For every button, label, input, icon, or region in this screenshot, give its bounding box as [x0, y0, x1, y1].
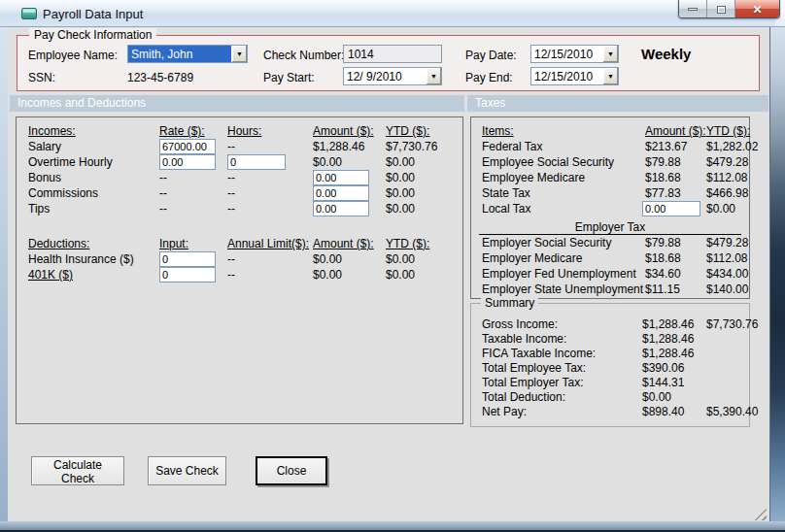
ssn-value: 123-45-6789 [127, 71, 193, 84]
summary-label: Gross Income: [482, 317, 642, 331]
pay-end-label: Pay End: [465, 71, 513, 84]
pay-date-label: Pay Date: [465, 49, 517, 62]
input-col-header: Input: [159, 237, 227, 250]
summary-legend: Summary [481, 296, 538, 310]
summary-amount: $898.40 [642, 405, 706, 418]
maximize-icon [717, 6, 726, 14]
employee-name-value: Smith, John [128, 46, 231, 62]
income-ytd: $0.00 [386, 202, 462, 216]
tax-amount: $79.88 [645, 155, 706, 169]
chevron-down-icon[interactable]: ▼ [602, 46, 618, 62]
summary-label: Total Deduction: [482, 390, 642, 404]
income-hours: -- [227, 140, 313, 153]
tax-row-federal: Federal Tax $213.67 $1,282.02 [471, 139, 749, 154]
minimize-button[interactable] [679, 0, 707, 18]
pay-start-picker[interactable]: 12/ 9/2010 ▼ [343, 67, 442, 85]
tax-ytd: $1,282.02 [706, 140, 758, 153]
pay-date-picker[interactable]: 12/15/2010 ▼ [530, 45, 619, 63]
spacer [17, 216, 462, 236]
tax-row-state: State Tax $77.83 $466.98 [471, 185, 749, 201]
tax-ytd: $479.28 [706, 236, 749, 249]
income-hours: -- [227, 202, 313, 216]
summary-amount: $0.00 [642, 390, 706, 404]
summary-amount: $1,288.46 [642, 317, 706, 331]
tips-amount-input[interactable] [313, 201, 369, 216]
income-row-bonus: Bonus -- -- $0.00 [17, 170, 462, 185]
tax-label: Employer State Unemployment [482, 283, 645, 296]
taxes-panel: Items: Amount ($): YTD ($): Federal Tax … [470, 116, 750, 299]
pay-end-value: 12/15/2010 [531, 68, 602, 84]
window-frame-right [769, 27, 785, 521]
window-controls: ✕ [678, 0, 780, 18]
overtime-rate-input[interactable] [159, 154, 216, 170]
income-row-salary: Salary -- $1,288.46 $7,730.76 [17, 139, 462, 154]
amount-col-header: Amount ($): [313, 237, 386, 250]
app-icon [21, 8, 37, 19]
deduction-ytd: $0.00 [386, 252, 462, 266]
overtime-hours-input[interactable] [227, 154, 286, 170]
commissions-amount-input[interactable] [313, 185, 369, 201]
income-label: Overtime Hourly [28, 155, 159, 169]
title-bar[interactable]: Payroll Data Input ✕ [0, 0, 785, 27]
401k-input[interactable] [159, 267, 216, 283]
ytd-col-header: YTD ($): [386, 237, 462, 250]
income-hours: -- [227, 186, 313, 200]
pay-start-label: Pay Start: [263, 71, 315, 84]
incomes-deductions-panel: Incomes: Rate ($): Hours: Amount ($): YT… [16, 116, 463, 424]
summary-amount: $1,288.46 [642, 347, 706, 360]
summary-amount: $144.31 [642, 376, 706, 389]
resize-grip[interactable] [753, 508, 767, 520]
pay-end-picker[interactable]: 12/15/2010 ▼ [530, 67, 619, 85]
check-number-field[interactable]: 1014 [343, 45, 442, 63]
bonus-amount-input[interactable] [313, 170, 369, 185]
summary-ytd: $7,730.76 [706, 317, 758, 331]
rate-col-header: Rate ($): [159, 124, 227, 138]
close-window-button[interactable]: ✕ [735, 0, 779, 18]
income-row-overtime: Overtime Hourly $0.00 $0.00 [17, 154, 462, 170]
tax-amount: $79.88 [645, 236, 706, 249]
deduction-limit: -- [227, 252, 313, 266]
income-hours: -- [227, 171, 313, 184]
income-ytd: $0.00 [386, 155, 462, 169]
tax-row-emp-medicare: Employee Medicare $18.68 $112.08 [471, 170, 749, 185]
local-tax-input[interactable] [642, 201, 700, 216]
income-rate: -- [159, 186, 227, 200]
chevron-down-icon[interactable]: ▼ [231, 46, 247, 62]
tax-label: Employer Medicare [482, 251, 645, 265]
tax-ytd: $112.08 [706, 171, 749, 184]
employee-name-combobox[interactable]: Smith, John ▼ [127, 45, 248, 63]
tax-row-emp-ss: Employee Social Security $79.88 $479.28 [471, 154, 749, 170]
deduction-row-health: Health Insurance ($) -- $0.00 $0.00 [17, 251, 462, 267]
pay-date-value: 12/15/2010 [531, 46, 602, 62]
tax-row-er-fed-unemp: Employer Fed Unemployment $34.60 $434.00 [471, 266, 749, 282]
calculate-check-button[interactable]: Calculate Check [31, 456, 124, 485]
salary-rate-input[interactable] [159, 139, 216, 154]
check-number-label: Check Number: [263, 49, 344, 62]
income-ytd: $7,730.76 [386, 140, 462, 153]
summary-label: Total Employer Tax: [482, 376, 642, 389]
summary-amount: $390.06 [642, 361, 706, 375]
income-rate: -- [159, 202, 227, 216]
tax-ytd: $0.00 [706, 202, 749, 216]
close-button[interactable]: Close [256, 456, 327, 485]
ytd-col-header: YTD ($): [706, 124, 750, 138]
tax-row-er-ss: Employer Social Security $79.88 $479.28 [471, 235, 749, 250]
deductions-header-row: Deductions: Input: Annual Limit($): Amou… [17, 236, 462, 251]
deductions-col-header: Deductions: [28, 237, 159, 250]
chevron-down-icon[interactable]: ▼ [426, 68, 441, 84]
chevron-down-icon[interactable]: ▼ [602, 68, 618, 84]
401k-link[interactable]: 401K ($) [28, 268, 159, 282]
save-check-button[interactable]: Save Check [148, 456, 226, 485]
deduction-amount: $0.00 [313, 268, 386, 282]
income-ytd: $0.00 [386, 186, 462, 200]
tax-label: Employer Social Security [482, 236, 645, 249]
health-insurance-input[interactable] [159, 251, 216, 267]
tax-amount: $213.67 [645, 140, 706, 153]
tax-amount: $18.68 [645, 251, 706, 265]
deduction-limit: -- [227, 268, 313, 282]
summary-ytd: $5,390.40 [706, 405, 758, 418]
income-label: Tips [28, 202, 159, 216]
tax-label: Employer Fed Unemployment [482, 267, 645, 281]
maximize-button[interactable] [707, 0, 735, 18]
tax-ytd: $140.00 [706, 283, 749, 296]
